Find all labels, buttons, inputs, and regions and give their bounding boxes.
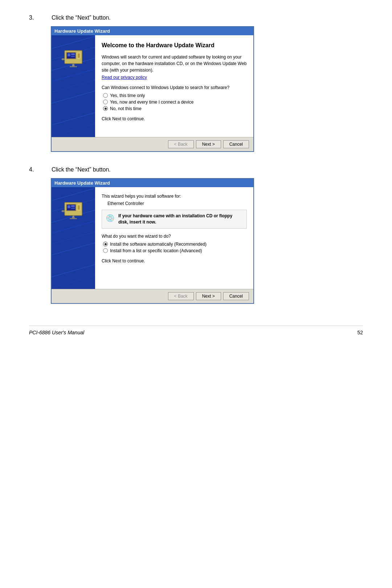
wizard2-body: This wizard helps you install software f… [52,187,253,289]
wizard2-cd-notice: 💿 If your hardware came with an installa… [102,210,247,229]
page-number: 52 [357,330,363,335]
wizard1-privacy-link[interactable]: Read our privacy policy [102,75,147,80]
wizard2-next-button[interactable]: Next > [196,292,221,300]
wizard2-radio1[interactable] [103,242,108,246]
wizard1-option1-label: Yes, this time only [110,93,145,98]
wizard1-back-button[interactable]: < Back [168,140,194,148]
svg-rect-13 [68,53,70,56]
wizard1-radio3[interactable] [103,106,108,111]
svg-rect-36 [71,205,75,207]
wizard1-radio-group: Yes, this time only Yes, now and every t… [103,93,247,111]
svg-marker-18 [72,64,75,67]
svg-rect-14 [71,53,75,55]
svg-rect-37 [71,208,75,209]
wizard1-buttons: < Back Next > Cancel [52,137,253,151]
wizard1-description: Windows will search for current and upda… [102,54,247,73]
svg-rect-21 [62,59,64,60]
wizard2-option1-label: Install the software automatically (Reco… [110,242,207,247]
svg-rect-17 [78,53,80,58]
svg-rect-41 [70,218,77,219]
svg-rect-43 [62,211,64,212]
cd-icon: 💿 [106,213,115,223]
wizard1-sidebar [52,35,95,137]
wizard1-cancel-button[interactable]: Cancel [223,140,249,148]
wizard1-titlebar: Hardware Update Wizard [52,27,253,35]
step3-instruction: Click the “Next” button. [52,15,111,21]
wizard1-body: Welcome to the Hardware Update Wizard Wi… [52,35,253,137]
wizard1-radio3-dot [105,108,107,110]
wizard2-content: This wizard helps you install software f… [95,187,253,289]
wizard2-footer-text: Click Next to continue. [102,258,247,263]
wizard2-icon [62,198,85,221]
wizard1-option1[interactable]: Yes, this time only [103,93,247,98]
wizard1-option2-label: Yes, now and every time I connect a devi… [110,100,193,105]
wizard2-cd-text: If your hardware came with an installati… [118,213,243,225]
step4-instruction: Click the “Next” button. [52,166,111,173]
wizard1-window: Hardware Update Wizard [51,26,254,152]
wizard2-radio2[interactable] [103,248,108,253]
svg-rect-35 [68,205,70,208]
wizard1-radio2[interactable] [103,100,108,104]
wizard2-window: Hardware Update Wizard [51,178,254,304]
wizard1-option3-label: No, not this time [110,106,142,111]
svg-marker-40 [72,216,75,218]
svg-rect-15 [71,56,75,57]
wizard2-radio-group: Install the software automatically (Reco… [103,242,247,253]
wizard2-back-button[interactable]: < Back [168,292,194,300]
svg-rect-19 [70,66,77,67]
wizard1-option2[interactable]: Yes, now and every time I connect a devi… [103,100,247,105]
wizard2-titlebar: Hardware Update Wizard [52,179,253,187]
svg-rect-39 [78,205,80,210]
step3-label: 3. Click the “Next” button. [29,15,363,21]
step3-number: 3. [29,15,40,21]
page-footer: PCI-6886 User's Manual 52 [29,326,363,335]
wizard1-content: Welcome to the Hardware Update Wizard Wi… [95,35,253,137]
wizard1-next-button[interactable]: Next > [196,140,221,148]
manual-title: PCI-6886 User's Manual [29,330,84,335]
wizard1-option3[interactable]: No, not this time [103,106,247,111]
step4-number: 4. [29,166,40,173]
wizard1-question: Can Windows connect to Windows Update to… [102,85,247,90]
wizard2-question: What do you want the wizard to do? [102,234,247,239]
wizard2-option2[interactable]: Install from a list or specific location… [103,248,247,253]
wizard1-radio1[interactable] [103,93,108,98]
wizard2-option2-label: Install from a list or specific location… [110,248,202,253]
wizard2-buttons: < Back Next > Cancel [52,289,253,303]
wizard1-icon [62,46,85,69]
wizard2-device-name: Ethernet Controller [107,201,247,206]
wizard2-option1[interactable]: Install the software automatically (Reco… [103,242,247,247]
step4-label: 4. Click the “Next” button. [29,166,363,173]
wizard1-title: Welcome to the Hardware Update Wizard [102,42,247,49]
wizard2-radio1-dot [105,243,107,245]
wizard2-install-label: This wizard helps you install software f… [102,194,247,199]
wizard2-cancel-button[interactable]: Cancel [223,292,249,300]
wizard2-sidebar [52,187,95,289]
wizard1-footer-text: Click Next to continue. [102,116,247,121]
